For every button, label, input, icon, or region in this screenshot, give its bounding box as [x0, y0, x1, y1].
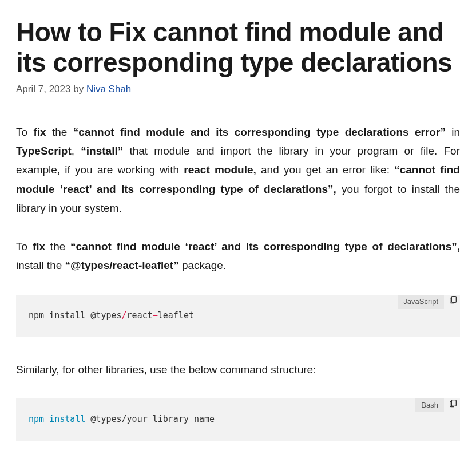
text: package.	[179, 259, 226, 271]
text: in	[446, 126, 460, 138]
text: ,	[72, 145, 81, 157]
code-language-badge: JavaScript	[398, 295, 444, 309]
code-content: npm install @types/react−leaflet	[29, 310, 194, 321]
strong-fix: fix	[33, 240, 45, 252]
paragraph-2: To fix the “cannot find module ‘react’ a…	[16, 237, 460, 275]
code-text: npm install @types	[29, 310, 122, 321]
code-command: npm install	[29, 414, 85, 424]
code-text: @types/your_library_name	[85, 414, 215, 424]
code-content: npm install @types/your_library_name	[29, 414, 215, 424]
strong-fix: fix	[33, 126, 46, 138]
code-text: react	[127, 310, 153, 321]
clipboard-icon	[449, 295, 458, 308]
text: To	[16, 126, 33, 138]
strong-error: “cannot find module and its correspondin…	[73, 126, 446, 138]
paragraph-3: Similarly, for other libraries, use the …	[16, 360, 460, 379]
page-title: How to Fix cannot find module and its co…	[16, 17, 460, 78]
strong-react-error: “cannot find module ‘react’ and its corr…	[70, 240, 460, 252]
code-text: leaflet	[158, 310, 194, 321]
text: the	[46, 126, 73, 138]
code-dash: −	[153, 310, 158, 321]
strong-package: “@types/react-leaflet”	[65, 259, 179, 271]
post-meta: April 7, 2023 by Niva Shah	[16, 84, 460, 95]
code-block-js: JavaScript npm install @types/react−leaf…	[16, 295, 460, 337]
by-label: by	[73, 84, 84, 94]
paragraph-4: Now this will help solve this error. Let…	[16, 464, 460, 466]
code-block-bash: Bash npm install @types/your_library_nam…	[16, 398, 460, 441]
svg-rect-1	[451, 400, 456, 406]
text: the	[45, 240, 70, 252]
code-language-badge: Bash	[415, 398, 444, 412]
post-date: April 7, 2023	[16, 84, 70, 94]
strong-react-module: react module,	[184, 164, 256, 176]
text: install the	[16, 259, 65, 271]
paragraph-1: To fix the “cannot find module and its c…	[16, 123, 460, 218]
copy-button[interactable]	[447, 400, 459, 411]
code-slash: /	[122, 310, 127, 321]
copy-button[interactable]	[447, 296, 459, 307]
strong-install: “install”	[81, 145, 123, 157]
text: and you get an error like:	[256, 164, 394, 176]
strong-typescript: TypeScript	[16, 145, 72, 157]
svg-rect-0	[451, 297, 456, 303]
clipboard-icon	[449, 398, 458, 412]
text: To	[16, 240, 33, 252]
author-link[interactable]: Niva Shah	[86, 84, 131, 94]
